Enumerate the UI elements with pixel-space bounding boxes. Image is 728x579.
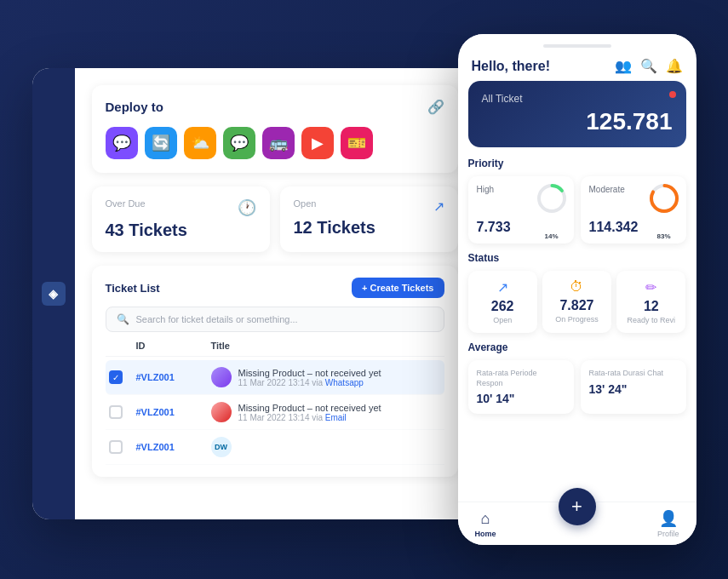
donut-high-label: 14% (535, 219, 569, 253)
home-label: Home (475, 530, 496, 538)
deploy-title: Deploy to (106, 100, 163, 114)
status-card-open: ↗ 262 Open (468, 271, 537, 333)
ticket-list-title: Ticket List (106, 282, 160, 295)
status-progress-value: 7.827 (549, 298, 605, 313)
notch-bar (543, 44, 611, 48)
stat-card-overdue: Over Due 🕐 43 Tickets (92, 186, 270, 252)
priority-card-moderate: Moderate 83% 114.342 (581, 176, 686, 244)
average-respon-label: Rata-rata Periode Respon (477, 369, 565, 388)
app-icon-chat[interactable]: 💬 (106, 127, 138, 159)
average-respon-value: 10' 14" (477, 392, 565, 405)
ticket-id-3: #VLZ001 (136, 442, 204, 452)
ticket-info-1: Missing Product – not received yet 11 Ma… (211, 367, 441, 387)
table-row[interactable]: #VLZ001 Missing Product – not received y… (106, 395, 444, 430)
ticket-avatar-2 (211, 402, 232, 422)
clock-icon: 🕐 (238, 198, 256, 217)
users-icon[interactable]: 👥 (615, 58, 632, 74)
donut-moderate: 83% (647, 181, 681, 215)
all-ticket-value: 125.781 (482, 108, 673, 135)
priority-cards: High 14% 7.733 Moderate (468, 176, 686, 244)
priority-card-high: High 14% 7.733 (468, 176, 574, 244)
dw-badge: DW (211, 437, 232, 457)
ticket-avatar-1 (211, 367, 232, 387)
stat-overdue-label: Over Due (106, 198, 146, 209)
search-icon[interactable]: 🔍 (640, 58, 657, 74)
search-icon: 🔍 (117, 313, 129, 325)
plus-icon: + (571, 496, 582, 518)
scene: ◈ Deploy to 🔗 💬 🔄 ⛅ 💬 🚌 ▶ 🎫 (32, 34, 696, 545)
ticket-text-2: Missing Product – not received yet 11 Ma… (238, 403, 441, 422)
average-card-respon: Rata-rata Periode Respon 10' 14" (468, 360, 574, 414)
status-review-value: 12 (623, 299, 679, 314)
mobile-content: Hello, there! 👥 🔍 🔔 All Ticket 125.781 P… (458, 51, 696, 502)
ticket-title-2: Missing Product – not received yet (238, 403, 441, 413)
ticket-id-2: #VLZ001 (136, 407, 204, 417)
status-title: Status (468, 252, 686, 264)
average-chat-value: 13' 24" (589, 382, 678, 396)
search-placeholder-text: Search for ticket details or something..… (136, 314, 298, 324)
stat-card-open: Open ↗ 12 Tickets (280, 186, 458, 252)
average-chat-label: Rata-rata Durasi Chat (589, 369, 678, 379)
sidebar: ◈ (32, 68, 75, 519)
status-review-icon: ✏ (623, 279, 679, 295)
all-ticket-card: All Ticket 125.781 (468, 81, 686, 147)
row-checkbox-1[interactable]: ✓ (109, 370, 123, 384)
ticket-dot (669, 91, 676, 98)
external-link-icon: ↗ (433, 198, 444, 215)
deploy-header: Deploy to 🔗 (106, 99, 444, 115)
average-cards: Rata-rata Periode Respon 10' 14" Rata-ra… (468, 360, 686, 414)
mobile-header: Hello, there! 👥 🔍 🔔 (458, 51, 696, 81)
mobile-greeting: Hello, there! (472, 59, 550, 74)
stat-open-label: Open (294, 198, 317, 209)
status-card-review: ✏ 12 Ready to Revi (616, 271, 685, 333)
profile-icon: 👤 (659, 509, 678, 528)
ticket-list-section: Ticket List + Create Tickets 🔍 Search fo… (92, 266, 458, 477)
ticket-title-1: Missing Product – not received yet (238, 368, 441, 378)
nav-profile[interactable]: 👤 Profile (657, 509, 679, 538)
all-ticket-label: All Ticket (482, 93, 673, 105)
priority-title: Priority (468, 158, 686, 169)
mobile-card: Hello, there! 👥 🔍 🔔 All Ticket 125.781 P… (458, 34, 696, 545)
fab-button[interactable]: + (559, 488, 596, 525)
status-progress-icon: ⏱ (549, 279, 605, 295)
status-progress-label: On Progress (549, 315, 605, 324)
notification-icon[interactable]: 🔔 (666, 58, 683, 74)
search-bar[interactable]: 🔍 Search for ticket details or something… (106, 307, 444, 332)
donut-high: 14% (535, 181, 569, 215)
app-icon-refresh[interactable]: 🔄 (145, 127, 177, 159)
stat-open-value: 12 Tickets (294, 218, 444, 238)
ticket-id-1: #VLZ001 (136, 372, 204, 382)
mobile-bottom-nav: ⌂ Home + 👤 Profile (458, 502, 696, 545)
average-section: Average Rata-rata Periode Respon 10' 14"… (458, 341, 696, 414)
table-row[interactable]: #VLZ001 DW (106, 430, 444, 465)
app-icon-message[interactable]: 💬 (223, 127, 255, 159)
deploy-section: Deploy to 🔗 💬 🔄 ⛅ 💬 🚌 ▶ 🎫 (92, 85, 458, 173)
column-header-title: Title (211, 341, 441, 351)
stat-overdue-value: 43 Tickets (106, 221, 256, 240)
ticket-meta-1: 11 Mar 2022 13:14 via Whatsapp (238, 378, 441, 387)
row-checkbox-3[interactable] (109, 440, 123, 454)
sidebar-logo: ◈ (42, 282, 66, 306)
deploy-link-icon: 🔗 (427, 99, 444, 115)
ticket-info-2: Missing Product – not received yet 11 Ma… (211, 402, 441, 422)
app-icon-ticket[interactable]: 🎫 (341, 127, 373, 159)
mobile-header-icons: 👥 🔍 🔔 (615, 58, 683, 74)
status-open-value: 262 (475, 299, 530, 314)
table-row[interactable]: ✓ #VLZ001 Missing Product – not received… (106, 360, 444, 395)
create-tickets-button[interactable]: + Create Tickets (352, 278, 444, 298)
desktop-main-content: Deploy to 🔗 💬 🔄 ⛅ 💬 🚌 ▶ 🎫 Over Du (75, 68, 475, 519)
nav-home[interactable]: ⌂ Home (475, 510, 496, 538)
status-card-progress: ⏱ 7.827 On Progress (542, 271, 611, 333)
row-checkbox-2[interactable] (109, 405, 123, 419)
ticket-text-1: Missing Product – not received yet 11 Ma… (238, 368, 441, 387)
ticket-info-3: DW (211, 437, 441, 457)
status-cards: ↗ 262 Open ⏱ 7.827 On Progress ✏ 12 Read… (468, 271, 686, 333)
average-title: Average (468, 341, 686, 353)
app-icon-video[interactable]: ▶ (301, 127, 334, 159)
priority-section: Priority High 14% 7.733 (458, 158, 696, 244)
mobile-notch (458, 34, 696, 51)
ticket-list-header: Ticket List + Create Tickets (106, 278, 444, 298)
stats-row: Over Due 🕐 43 Tickets Open ↗ 12 Tickets (92, 186, 458, 252)
app-icon-bus[interactable]: 🚌 (262, 127, 295, 159)
app-icon-cloud[interactable]: ⛅ (184, 127, 216, 159)
